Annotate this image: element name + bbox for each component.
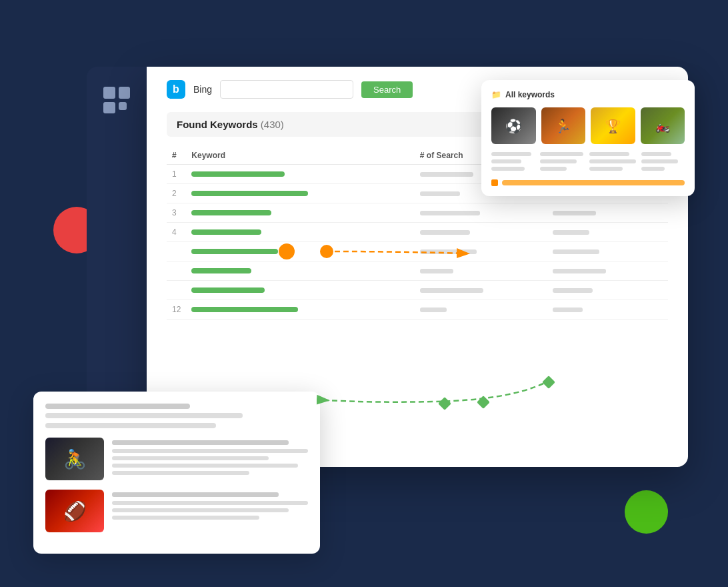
akp-line <box>589 152 629 156</box>
blp-line <box>112 501 308 505</box>
blp-item-cycling-lines <box>112 438 308 475</box>
row-keyword <box>186 165 414 184</box>
akp-line <box>641 159 678 163</box>
apps-grid-icon <box>103 87 130 113</box>
row-competition <box>547 203 668 223</box>
blp-line <box>112 492 279 497</box>
row-competition <box>547 281 668 300</box>
bottom-left-panel: 🚴 🏈 <box>33 392 320 554</box>
akp-line <box>491 152 531 156</box>
col-num: # <box>167 147 186 165</box>
main-wrapper: b Bing Search Found Keywords (430) # Key… <box>87 67 688 534</box>
all-keywords-panel-header: 📁 All keywords <box>491 90 685 99</box>
row-competition <box>547 223 668 242</box>
sport-image-trophy <box>591 107 635 144</box>
sport-image-runner <box>541 107 586 144</box>
row-search <box>415 242 547 261</box>
table-row: 3 <box>167 203 668 223</box>
table-row: 4 <box>167 223 668 242</box>
blp-title-line <box>45 404 190 409</box>
sport-image-moto <box>641 107 685 144</box>
akp-bottom-bar <box>491 179 685 186</box>
grid-sq-2 <box>119 87 131 99</box>
blp-sub-line-2 <box>45 423 216 428</box>
orange-square-icon <box>491 179 498 186</box>
row-keyword <box>186 261 414 281</box>
grid-sq-4 <box>119 102 127 110</box>
row-num: 4 <box>167 223 186 242</box>
akp-line <box>540 159 577 163</box>
akp-line <box>540 152 583 156</box>
row-search <box>415 300 547 320</box>
blp-item-cycling: 🚴 <box>45 438 308 480</box>
blp-line <box>112 456 269 460</box>
bing-search-input[interactable] <box>220 80 353 99</box>
blp-line <box>112 464 298 468</box>
row-num <box>167 261 186 281</box>
found-keywords-title: Found Keywords <box>177 119 258 130</box>
row-keyword <box>186 300 414 320</box>
row-search <box>415 223 547 242</box>
sport-image-soccer <box>491 107 536 144</box>
grid-sq-3 <box>103 102 115 114</box>
folder-icon: 📁 <box>491 90 501 99</box>
row-search <box>415 203 547 223</box>
football-img-inner: 🏈 <box>45 490 104 532</box>
bing-label: Bing <box>193 84 212 95</box>
akp-col-4 <box>641 152 685 174</box>
cycling-img-inner: 🚴 <box>45 438 104 480</box>
akp-sublines <box>491 152 685 174</box>
col-keyword: Keyword <box>186 147 414 165</box>
row-num: 1 <box>167 165 186 184</box>
blp-line <box>112 508 289 512</box>
grid-sq-1 <box>103 87 115 99</box>
row-num: 2 <box>167 184 186 203</box>
akp-line <box>641 167 665 171</box>
row-keyword <box>186 184 414 203</box>
blp-line <box>112 471 249 475</box>
row-search <box>415 281 547 300</box>
all-keywords-panel: 📁 All keywords <box>481 80 695 196</box>
cycling-image: 🚴 <box>45 438 104 480</box>
row-competition <box>547 261 668 281</box>
blp-line <box>112 449 308 453</box>
table-row: 12 <box>167 300 668 320</box>
row-search <box>415 261 547 281</box>
row-keyword <box>186 223 414 242</box>
row-num: 12 <box>167 300 186 320</box>
blp-item-football-lines <box>112 490 308 520</box>
bing-logo: b <box>167 80 185 99</box>
row-num: 3 <box>167 203 186 223</box>
bing-logo-text: b <box>173 83 179 95</box>
akp-col-2 <box>540 152 583 174</box>
akp-line <box>589 167 623 171</box>
row-num <box>167 242 186 261</box>
row-keyword <box>186 203 414 223</box>
orange-progress-bar <box>502 180 685 185</box>
row-competition <box>547 242 668 261</box>
all-keywords-title: All keywords <box>505 90 555 99</box>
akp-line <box>491 159 521 163</box>
row-competition <box>547 300 668 320</box>
blp-line <box>112 516 259 520</box>
akp-line <box>641 152 671 156</box>
blp-text-lines <box>45 404 308 428</box>
blp-item-football: 🏈 <box>45 490 308 532</box>
akp-col-1 <box>491 152 535 174</box>
table-row <box>167 261 668 281</box>
table-row <box>167 242 668 261</box>
row-keyword <box>186 242 414 261</box>
akp-line <box>540 167 567 171</box>
row-num <box>167 281 186 300</box>
blp-sub-line-1 <box>45 413 243 418</box>
found-keywords-count: (430) <box>261 119 284 130</box>
akp-line <box>589 159 636 163</box>
akp-col-3 <box>589 152 636 174</box>
football-image: 🏈 <box>45 490 104 532</box>
keyword-images-row <box>491 107 685 144</box>
akp-line <box>491 167 525 171</box>
row-keyword <box>186 281 414 300</box>
bing-search-button[interactable]: Search <box>361 81 413 98</box>
table-row <box>167 281 668 300</box>
blp-line <box>112 440 289 445</box>
